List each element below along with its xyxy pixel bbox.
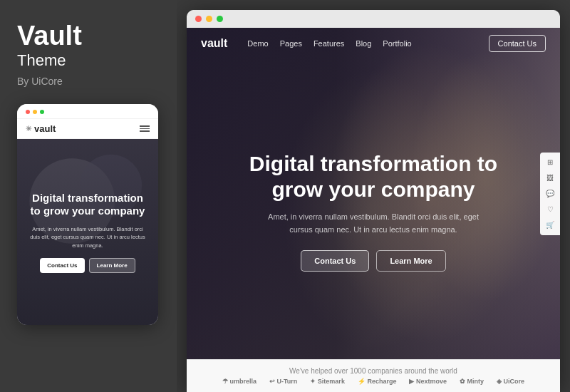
partner-logo-minty: ✿ Minty bbox=[460, 378, 484, 385]
site-contact-nav-button[interactable]: Contact Us bbox=[489, 35, 546, 52]
site-hero-contact-button[interactable]: Contact Us bbox=[301, 250, 369, 272]
mobile-chrome bbox=[17, 104, 158, 119]
nav-link-blog[interactable]: Blog bbox=[356, 39, 371, 48]
brand-subtitle: Theme bbox=[17, 51, 160, 70]
left-panel: Vault Theme By UiCore ✳ vault Digital tr… bbox=[0, 0, 177, 392]
browser-sidebar-icons: ⊞ 🖼 💬 ♡ 🛒 bbox=[540, 153, 560, 235]
mobile-learn-button[interactable]: Learn More bbox=[89, 258, 135, 273]
site-nav: vault Demo Pages Features Blog Portfolio… bbox=[187, 28, 560, 59]
mobile-dot-green bbox=[40, 110, 44, 114]
website: vault Demo Pages Features Blog Portfolio… bbox=[187, 28, 560, 392]
site-logos-row: ☂ umbrella ↩ U-Turn ✦ Sitemark ⚡ Recharg… bbox=[201, 378, 546, 385]
partner-logo-recharge: ⚡ Recharge bbox=[358, 378, 397, 385]
site-hero-content: Digital transformation to grow your comp… bbox=[187, 28, 560, 359]
nav-link-features[interactable]: Features bbox=[314, 39, 344, 48]
mobile-preview: ✳ vault Digital transformation to grow y… bbox=[17, 104, 158, 325]
nav-link-pages[interactable]: Pages bbox=[280, 39, 302, 48]
partner-logo-sitemark: ✦ Sitemark bbox=[310, 378, 345, 385]
mobile-hero-title: Digital transformation to grow your comp… bbox=[27, 192, 148, 219]
site-hero-desc: Amet, in viverra nullam vestibulum. Blan… bbox=[266, 211, 480, 236]
right-panel: vault Demo Pages Features Blog Portfolio… bbox=[177, 0, 570, 392]
mobile-contact-button[interactable]: Contact Us bbox=[40, 258, 84, 273]
site-nav-links: Demo Pages Features Blog Portfolio bbox=[247, 39, 488, 48]
footer-tagline: We've helped over 1000 companies around … bbox=[201, 367, 546, 375]
site-hero: Digital transformation to grow your comp… bbox=[187, 28, 560, 359]
nav-link-demo[interactable]: Demo bbox=[247, 39, 268, 48]
site-hero-title: Digital transformation to grow your comp… bbox=[224, 151, 523, 202]
sidebar-heart-icon[interactable]: ♡ bbox=[543, 202, 557, 217]
browser-dot-green bbox=[217, 16, 223, 22]
partner-logo-nextmove: ▶ Nextmove bbox=[409, 378, 447, 385]
browser-window: vault Demo Pages Features Blog Portfolio… bbox=[187, 10, 560, 392]
site-hero-learn-button[interactable]: Learn More bbox=[376, 250, 445, 272]
browser-dot-red bbox=[195, 16, 202, 22]
sidebar-cart-icon[interactable]: 🛒 bbox=[543, 218, 557, 232]
site-footer-bar: We've helped over 1000 companies around … bbox=[187, 359, 560, 392]
mobile-site-logo: ✳ vault bbox=[26, 123, 56, 134]
site-hero-buttons: Contact Us Learn More bbox=[301, 250, 445, 272]
star-icon: ✳ bbox=[26, 125, 31, 133]
browser-chrome bbox=[187, 10, 560, 28]
hamburger-icon[interactable] bbox=[140, 125, 150, 132]
nav-link-portfolio[interactable]: Portfolio bbox=[383, 39, 411, 48]
mobile-dot-red bbox=[26, 110, 30, 114]
mobile-nav: ✳ vault bbox=[17, 119, 158, 139]
sidebar-image-icon[interactable]: 🖼 bbox=[543, 171, 557, 185]
mobile-hero-buttons: Contact Us Learn More bbox=[27, 258, 148, 273]
mobile-hero: Digital transformation to grow your comp… bbox=[17, 139, 158, 325]
mobile-dot-yellow bbox=[33, 110, 37, 114]
brand-title: Vault bbox=[17, 21, 160, 51]
sidebar-chat-icon[interactable]: 💬 bbox=[543, 187, 557, 201]
browser-dot-yellow bbox=[206, 16, 212, 22]
brand-by: By UiCore bbox=[17, 76, 160, 87]
site-logo: vault bbox=[201, 37, 227, 50]
partner-logo-uicore: ◈ UiCore bbox=[497, 378, 524, 385]
mobile-dots bbox=[26, 110, 44, 114]
partner-logo-uturn: ↩ U-Turn bbox=[269, 378, 297, 385]
mobile-hero-desc: Amet, in viverra nullam vestibulum. Blan… bbox=[27, 225, 148, 249]
partner-logo-umbrella: ☂ umbrella bbox=[222, 378, 256, 385]
sidebar-grid-icon[interactable]: ⊞ bbox=[543, 155, 557, 170]
